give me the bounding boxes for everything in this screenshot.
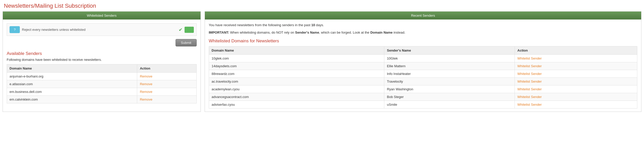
available-senders-table: Domain Name Action anjuman-e-burhani.org… — [7, 64, 197, 103]
table-row: ac.travelocity.com Travelocity Whitelist… — [209, 77, 637, 85]
sender-cell: Ellie Mattern — [384, 62, 515, 70]
left-panel-header: Whitelisted Senders — [3, 12, 201, 20]
col-action-right: Action — [515, 46, 637, 54]
domain-cell: academylean.cyou — [209, 85, 384, 93]
info-days-text: You have received newsletters from the f… — [209, 23, 637, 28]
remove-link[interactable]: Remove — [140, 82, 152, 86]
whitelist-sender-link[interactable]: Whitelist Sender — [517, 56, 542, 60]
toggle-button[interactable]: ? — [10, 26, 20, 33]
important-text-3: instead. — [393, 31, 405, 34]
domain-cell: e.atlassian.com — [7, 80, 137, 88]
important-text-2: , which can be forged. Look at the — [319, 31, 370, 34]
remove-link[interactable]: Remove — [140, 90, 152, 94]
sender-cell: uSmile — [384, 101, 515, 108]
remove-link[interactable]: Remove — [140, 74, 152, 78]
important-text: IMPORTANT: When whitelisting domains, do… — [209, 30, 637, 35]
action-cell: Whitelist Sender — [515, 93, 637, 101]
right-table-header-row: Domain Name Sender's Name Action — [209, 46, 637, 54]
domain-cell: 10gtek.com — [209, 54, 384, 62]
domain-cell: 88rewardz.com — [209, 70, 384, 77]
important-label: IMPORTANT: — [209, 31, 229, 34]
toggle-row: ? Reject every newsletters unless whitel… — [7, 23, 197, 36]
important-text-1: When whitelisting domains, do NOT rely o… — [229, 31, 295, 34]
table-row: 14daysdiets.com Ellie Mattern Whitelist … — [209, 62, 637, 70]
action-cell: Remove — [137, 80, 197, 88]
whitelist-sender-link[interactable]: Whitelist Sender — [517, 64, 542, 68]
domain-cell: 14daysdiets.com — [209, 62, 384, 70]
domain-cell: anjuman-e-burhani.org — [7, 73, 137, 80]
domain-cell: em.calvinklein.com — [7, 96, 137, 103]
domain-cell: advancegsacontract.com — [209, 93, 384, 101]
table-row: 88rewardz.com Info InstaHeater Whitelist… — [209, 70, 637, 77]
whitelist-sender-link[interactable]: Whitelist Sender — [517, 103, 542, 106]
table-header-row: Domain Name Action — [7, 64, 197, 73]
main-container: Whitelisted Senders ? Reject every newsl… — [0, 11, 644, 114]
table-row: em.business.dell.com Remove — [7, 88, 197, 96]
action-cell: Whitelist Sender — [515, 77, 637, 85]
table-row: academylean.cyou Ryan Washington Whiteli… — [209, 85, 637, 93]
action-cell: Remove — [137, 88, 197, 96]
submit-row: Submit — [7, 39, 197, 46]
sender-cell: Travelocity — [384, 77, 515, 85]
sender-cell: 10Gtek — [384, 54, 515, 62]
table-row: advancegsacontract.com Bob Steger Whitel… — [209, 93, 637, 101]
col-action: Action — [137, 64, 197, 73]
domain-cell: ac.travelocity.com — [209, 77, 384, 85]
whitelist-sender-link[interactable]: Whitelist Sender — [517, 87, 542, 91]
page-title: Newsletters/Mailing List Subscription — [0, 0, 644, 11]
domain-cell: em.business.dell.com — [7, 88, 137, 96]
available-senders-title: Available Senders — [7, 51, 197, 56]
action-cell: Remove — [137, 96, 197, 103]
table-row: anjuman-e-burhani.org Remove — [7, 73, 197, 80]
domain-name-bold: Domain Name — [370, 31, 393, 34]
recent-senders-table: Domain Name Sender's Name Action 10gtek.… — [209, 46, 637, 109]
action-cell: Whitelist Sender — [515, 54, 637, 62]
left-panel: Whitelisted Senders ? Reject every newsl… — [3, 11, 201, 112]
available-senders-desc: Following domains have been whitelisted … — [7, 58, 197, 62]
action-cell: Remove — [137, 73, 197, 80]
table-row: adviserfax.cyou uSmile Whitelist Sender — [209, 101, 637, 108]
table-row: em.calvinklein.com Remove — [7, 96, 197, 103]
domain-cell: adviserfax.cyou — [209, 101, 384, 108]
left-panel-body: ? Reject every newsletters unless whitel… — [3, 20, 201, 107]
info-days: 10 — [311, 23, 315, 27]
info-suffix: days. — [315, 23, 324, 27]
action-cell: Whitelist Sender — [515, 101, 637, 108]
right-panel-header: Recent Senders — [205, 12, 641, 20]
whitelist-domains-title: Whitelisted Domains for Newsletters — [209, 38, 637, 44]
submit-button[interactable]: Submit — [176, 39, 197, 46]
table-row: 10gtek.com 10Gtek Whitelist Sender — [209, 54, 637, 62]
right-panel: Recent Senders You have received newslet… — [205, 11, 641, 112]
info-prefix: You have received newsletters from the f… — [209, 23, 311, 27]
col-domain-name: Domain Name — [209, 46, 384, 54]
toggle-label: Reject every newsletters unless whitelis… — [22, 28, 177, 32]
whitelist-sender-link[interactable]: Whitelist Sender — [517, 72, 542, 76]
col-sender-name: Sender's Name — [384, 46, 515, 54]
whitelist-sender-link[interactable]: Whitelist Sender — [517, 80, 542, 83]
sender-name-bold: Sender's Name — [295, 31, 319, 34]
green-toggle-indicator[interactable] — [185, 27, 194, 33]
whitelist-sender-link[interactable]: Whitelist Sender — [517, 95, 542, 99]
right-panel-body: You have received newsletters from the f… — [205, 20, 641, 112]
check-icon: ✔ — [179, 27, 182, 33]
sender-cell: Bob Steger — [384, 93, 515, 101]
col-domain: Domain Name — [7, 64, 137, 73]
sender-cell: Info InstaHeater — [384, 70, 515, 77]
action-cell: Whitelist Sender — [515, 70, 637, 77]
action-cell: Whitelist Sender — [515, 62, 637, 70]
table-row: e.atlassian.com Remove — [7, 80, 197, 88]
action-cell: Whitelist Sender — [515, 85, 637, 93]
remove-link[interactable]: Remove — [140, 98, 152, 101]
sender-cell: Ryan Washington — [384, 85, 515, 93]
